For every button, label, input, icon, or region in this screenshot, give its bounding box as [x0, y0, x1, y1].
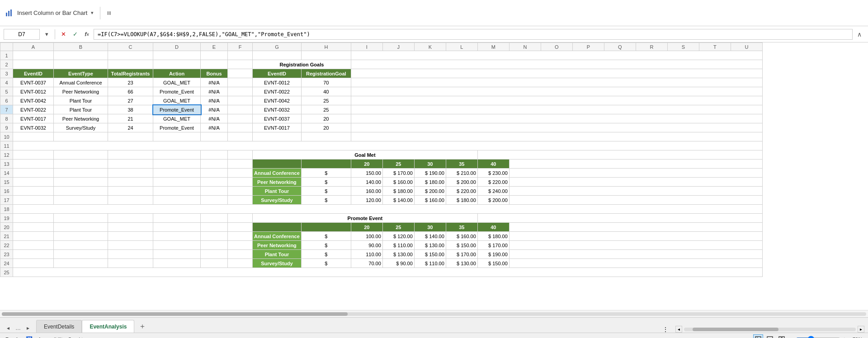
cell-C6[interactable]: 27 — [108, 96, 153, 105]
col-header-B[interactable]: B — [54, 43, 108, 51]
cell-F7[interactable] — [228, 105, 253, 114]
cell-C5[interactable]: 66 — [108, 87, 153, 96]
pe-row1-v4[interactable]: $ 160.00 — [446, 232, 477, 241]
cell-F8[interactable] — [228, 114, 253, 123]
cell-F5[interactable] — [228, 87, 253, 96]
zoom-out-btn[interactable]: − — [790, 336, 794, 338]
cell-D2[interactable] — [153, 60, 201, 69]
tab-options-btn[interactable]: ⋮ — [659, 326, 672, 333]
gm-row1-v1[interactable]: 150.00 — [351, 169, 382, 178]
col-header-D[interactable]: D — [153, 43, 201, 51]
zoom-slider[interactable] — [796, 336, 841, 338]
gm-row3-label[interactable]: Plant Tour — [253, 187, 302, 196]
gm-row1-v4[interactable]: $ 210.00 — [446, 169, 477, 178]
pe-row4-dollar[interactable]: $ — [301, 259, 351, 268]
cell-H4[interactable]: 70 — [301, 78, 351, 87]
gm-row2-v1[interactable]: 140.00 — [351, 178, 382, 187]
sheet-scroll-right[interactable]: ▸ — [858, 326, 864, 333]
cell-F9[interactable] — [228, 123, 253, 132]
gm-row3-v3[interactable]: $ 200.00 — [414, 187, 446, 196]
gm-row1-dollar[interactable]: $ — [301, 169, 351, 178]
cell-E5[interactable]: #N/A — [201, 87, 228, 96]
pe-col-30[interactable]: 30 — [414, 223, 446, 232]
col-header-J[interactable]: J — [382, 43, 414, 51]
pe-col-label[interactable] — [253, 223, 302, 232]
col-header-K[interactable]: K — [414, 43, 446, 51]
col-header-E[interactable]: E — [201, 43, 228, 51]
col-header-F[interactable]: F — [228, 43, 253, 51]
confirm-formula-btn[interactable]: ✓ — [70, 29, 80, 39]
tab-ellipsis-btn[interactable]: … — [14, 324, 23, 333]
goal-met-col-label[interactable] — [253, 160, 302, 169]
cell-I4-plus[interactable] — [351, 78, 762, 87]
pe-col-25[interactable]: 25 — [382, 223, 414, 232]
grid-container[interactable]: A B C D E F G H I J K L M N O P Q — [0, 42, 868, 310]
cell-B4[interactable]: Annual Conference — [54, 78, 108, 87]
gm-row3-v1[interactable]: 160.00 — [351, 187, 382, 196]
pe-row3-dollar[interactable]: $ — [301, 250, 351, 259]
insert-function-btn[interactable]: fx — [82, 29, 92, 39]
cell-F6[interactable] — [228, 96, 253, 105]
gm-row4-v3[interactable]: $ 160.00 — [414, 196, 446, 205]
pe-row1-v3[interactable]: $ 140.00 — [414, 232, 446, 241]
cell-E8[interactable]: #N/A — [201, 114, 228, 123]
pe-col-35[interactable]: 35 — [446, 223, 477, 232]
cell-D4[interactable]: GOAL_MET — [153, 78, 201, 87]
cell-F4[interactable] — [228, 78, 253, 87]
cell-C1[interactable] — [108, 51, 153, 60]
col-header-R[interactable]: R — [636, 43, 667, 51]
toolbar-extra-icon[interactable]: ≡ — [105, 11, 113, 15]
cell-E1[interactable] — [201, 51, 228, 60]
cell-E3-header[interactable]: Bonus — [201, 69, 228, 78]
cell-B1[interactable] — [54, 51, 108, 60]
goal-met-col-40[interactable]: 40 — [477, 160, 509, 169]
pe-row1-label[interactable]: Annual Conference — [253, 232, 302, 241]
cell-E2[interactable] — [201, 60, 228, 69]
goal-met-col-30[interactable]: 30 — [414, 160, 446, 169]
cell-H8[interactable]: 20 — [301, 114, 351, 123]
pe-row2-v2[interactable]: $ 110.00 — [382, 241, 414, 250]
pe-col-h[interactable] — [301, 223, 351, 232]
col-header-S[interactable]: S — [667, 43, 699, 51]
pe-row3-v2[interactable]: $ 130.00 — [382, 250, 414, 259]
pe-row1-v1[interactable]: 100.00 — [351, 232, 382, 241]
cell-I8-plus[interactable] — [351, 114, 762, 123]
cell-H5[interactable]: 40 — [301, 87, 351, 96]
cell-A5[interactable]: EVNT-0012 — [13, 87, 54, 96]
cell-H9[interactable]: 20 — [301, 123, 351, 132]
cell-A6[interactable]: EVNT-0042 — [13, 96, 54, 105]
gm-row4-v4[interactable]: $ 180.00 — [446, 196, 477, 205]
cell-I9-plus[interactable] — [351, 123, 762, 132]
pe-row4-v5[interactable]: $ 150.00 — [477, 259, 509, 268]
cell-C8[interactable]: 21 — [108, 114, 153, 123]
col-header-I[interactable]: I — [351, 43, 382, 51]
pe-row2-v1[interactable]: 90.00 — [351, 241, 382, 250]
tab-eventanalysis[interactable]: EventAnalysis — [82, 320, 134, 333]
cell-E6[interactable]: #N/A — [201, 96, 228, 105]
cell-A4[interactable]: EVNT-0037 — [13, 78, 54, 87]
col-header-U[interactable]: U — [731, 43, 762, 51]
cell-A7[interactable]: EVNT-0022 — [13, 105, 54, 114]
cell-I2-plus[interactable] — [351, 60, 762, 69]
cell-C4[interactable]: 23 — [108, 78, 153, 87]
gm-row4-v1[interactable]: 120.00 — [351, 196, 382, 205]
col-header-M[interactable]: M — [477, 43, 509, 51]
cell-B8[interactable]: Peer Networking — [54, 114, 108, 123]
cell-A1[interactable] — [13, 51, 54, 60]
cell-D9[interactable]: Promote_Event — [153, 123, 201, 132]
dropdown-arrow-icon[interactable]: ▾ — [91, 10, 94, 16]
pe-col-40[interactable]: 40 — [477, 223, 509, 232]
cancel-formula-btn[interactable]: ✕ — [58, 29, 68, 39]
sheet-scroll-left[interactable]: ◂ — [675, 326, 682, 333]
pe-row4-v4[interactable]: $ 130.00 — [446, 259, 477, 268]
pe-row3-v3[interactable]: $ 150.00 — [414, 250, 446, 259]
cell-B7[interactable]: Plant Tour — [54, 105, 108, 114]
pe-row4-v3[interactable]: $ 110.00 — [414, 259, 446, 268]
page-layout-btn[interactable] — [765, 334, 775, 338]
cell-A8[interactable]: EVNT-0017 — [13, 114, 54, 123]
gm-row2-dollar[interactable]: $ — [301, 178, 351, 187]
cell-F1[interactable] — [228, 51, 253, 60]
cell-D7[interactable]: Promote_Event — [153, 105, 201, 114]
gm-row2-label[interactable]: Peer Networking — [253, 178, 302, 187]
cell-I1-plus[interactable] — [351, 51, 762, 60]
